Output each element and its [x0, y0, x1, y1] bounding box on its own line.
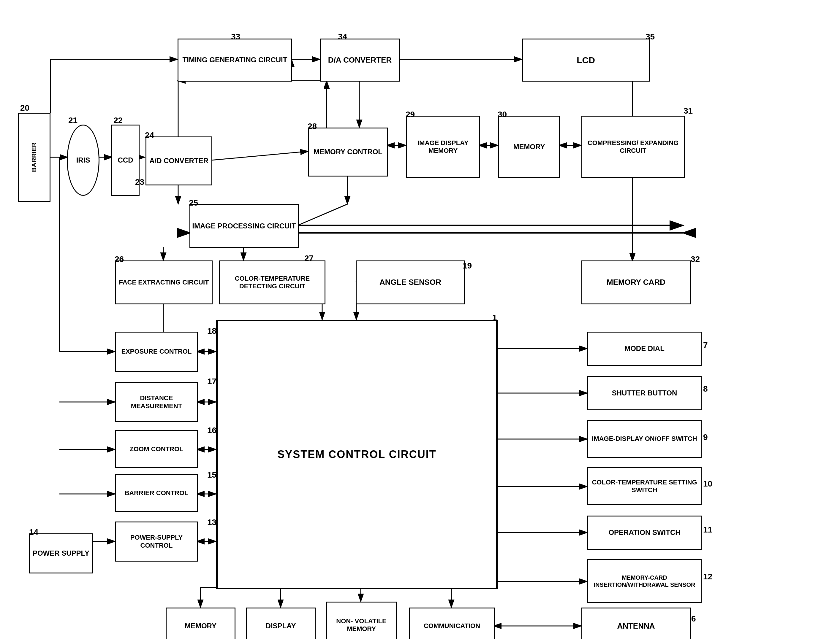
barrier-block: BARRIER — [18, 113, 51, 202]
ref-10: 10 — [703, 479, 712, 489]
ref-21: 21 — [68, 116, 78, 125]
power-supply-control-block: POWER-SUPPLY CONTROL — [115, 521, 198, 561]
iris-label: IRIS — [76, 156, 90, 164]
image-display-memory-block: IMAGE DISPLAY MEMORY — [406, 116, 480, 178]
ref-22: 22 — [113, 116, 123, 125]
ref-18: 18 — [207, 326, 217, 336]
image-processing-block: IMAGE PROCESSING CIRCUIT — [190, 204, 299, 248]
face-extracting-label: FACE EXTRACTING CIRCUIT — [119, 278, 209, 286]
ref-17: 17 — [207, 377, 217, 386]
ref-24: 24 — [145, 130, 154, 140]
ref-20: 20 — [20, 103, 29, 113]
compressing-block: COMPRESSING/ EXPANDING CIRCUIT — [582, 116, 685, 178]
color-temp-detecting-block: COLOR-TEMPERATURE DETECTING CIRCUIT — [219, 261, 325, 304]
exposure-control-block: EXPOSURE CONTROL — [115, 332, 198, 372]
ref-28: 28 — [308, 122, 317, 131]
angle-sensor-label: ANGLE SENSOR — [379, 278, 441, 287]
operation-switch-label: OPERATION SWITCH — [608, 528, 680, 537]
memory-control-block: MEMORY CONTROL — [308, 127, 388, 176]
ref-25: 25 — [189, 198, 198, 208]
ad-converter-label: A/D CONVERTER — [149, 157, 209, 165]
zoom-control-block: ZOOM CONTROL — [115, 430, 198, 468]
distance-measurement-block: DISTANCE MEASUREMENT — [115, 382, 198, 422]
da-converter-block: D/A CONVERTER — [320, 38, 400, 81]
memory-card-sensor-block: MEMORY-CARD INSERTION/WITHDRAWAL SENSOR — [587, 559, 701, 603]
barrier-control-label: BARRIER CONTROL — [124, 489, 188, 497]
color-temp-switch-block: COLOR-TEMPERATURE SETTING SWITCH — [587, 467, 701, 505]
mode-dial-block: MODE DIAL — [587, 332, 701, 366]
exposure-control-label: EXPOSURE CONTROL — [121, 348, 191, 355]
ref-6: 6 — [691, 614, 696, 623]
ref-9: 9 — [703, 432, 708, 442]
ref-31: 31 — [684, 106, 693, 116]
ref-14: 14 — [29, 528, 38, 537]
non-volatile-label: NON- VOLATILE MEMORY — [327, 617, 396, 633]
ref-35: 35 — [646, 32, 655, 41]
distance-measurement-label: DISTANCE MEASUREMENT — [116, 394, 197, 410]
image-display-switch-label: IMAGE-DISPLAY ON/OFF SWITCH — [592, 435, 697, 443]
antenna-label: ANTENNA — [617, 622, 655, 631]
svg-line-31 — [298, 204, 347, 226]
shutter-button-label: SHUTTER BUTTON — [612, 389, 677, 397]
color-temp-switch-label: COLOR-TEMPERATURE SETTING SWITCH — [588, 478, 701, 494]
memory-30-block: MEMORY — [498, 116, 560, 178]
barrier-label: BARRIER — [30, 142, 38, 172]
ref-11: 11 — [703, 525, 712, 534]
image-processing-label: IMAGE PROCESSING CIRCUIT — [192, 222, 296, 230]
da-converter-label: D/A CONVERTER — [328, 56, 392, 65]
ref-16: 16 — [207, 426, 217, 435]
system-control-block: SYSTEM CONTROL CIRCUIT — [216, 320, 498, 589]
image-display-switch-block: IMAGE-DISPLAY ON/OFF SWITCH — [587, 420, 701, 458]
display-3-block: DISPLAY — [246, 607, 316, 639]
ref-19: 19 — [462, 261, 472, 270]
ref-26: 26 — [115, 254, 124, 264]
communication-block: COMMUNICATION — [409, 607, 495, 639]
antenna-block: ANTENNA — [582, 607, 691, 639]
power-supply-label: POWER SUPPLY — [33, 549, 89, 558]
shutter-button-block: SHUTTER BUTTON — [587, 376, 701, 410]
memory-control-label: MEMORY CONTROL — [314, 148, 383, 156]
ref-29: 29 — [406, 110, 415, 119]
image-display-memory-label: IMAGE DISPLAY MEMORY — [407, 139, 479, 155]
system-control-label: SYSTEM CONTROL CIRCUIT — [277, 448, 436, 461]
ref-12: 12 — [703, 572, 712, 582]
ref-30: 30 — [498, 110, 507, 119]
power-supply-control-label: POWER-SUPPLY CONTROL — [116, 534, 197, 549]
angle-sensor-block: ANGLE SENSOR — [356, 261, 465, 304]
svg-line-9 — [211, 151, 308, 160]
iris-block: IRIS — [67, 125, 99, 196]
lcd-block: LCD — [522, 38, 650, 81]
memory-30-label: MEMORY — [513, 143, 545, 151]
memory-2-label: MEMORY — [185, 622, 217, 630]
mode-dial-label: MODE DIAL — [625, 345, 665, 353]
ref-1: 1 — [492, 313, 497, 323]
zoom-control-label: ZOOM CONTROL — [130, 445, 183, 453]
memory-2-block: MEMORY — [166, 607, 236, 639]
ccd-label: CCD — [118, 156, 133, 165]
timing-gen-label: TIMING GENERATING CIRCUIT — [183, 56, 287, 64]
communication-label: COMMUNICATION — [424, 622, 480, 630]
ref-8: 8 — [703, 384, 708, 394]
face-extracting-block: FACE EXTRACTING CIRCUIT — [115, 261, 213, 304]
operation-switch-block: OPERATION SWITCH — [587, 516, 701, 550]
timing-gen-block: TIMING GENERATING CIRCUIT — [178, 38, 292, 81]
ref-15: 15 — [207, 470, 217, 480]
ref-32: 32 — [691, 254, 700, 264]
ref-13: 13 — [207, 518, 217, 527]
lcd-label: LCD — [577, 55, 595, 65]
color-temp-detecting-label: COLOR-TEMPERATURE DETECTING CIRCUIT — [220, 275, 325, 291]
ref-23: 23 — [135, 177, 144, 187]
ref-27: 27 — [304, 254, 314, 263]
compressing-label: COMPRESSING/ EXPANDING CIRCUIT — [582, 139, 684, 155]
memory-card-sensor-label: MEMORY-CARD INSERTION/WITHDRAWAL SENSOR — [588, 574, 701, 588]
memory-card-block: MEMORY CARD — [582, 261, 691, 304]
display-3-label: DISPLAY — [266, 622, 296, 630]
memory-card-label: MEMORY CARD — [607, 278, 665, 287]
ref-33: 33 — [231, 32, 240, 41]
non-volatile-block: NON- VOLATILE MEMORY — [326, 602, 397, 639]
ad-converter-block: A/D CONVERTER — [145, 137, 212, 185]
power-supply-block: POWER SUPPLY — [29, 533, 93, 574]
ref-7: 7 — [703, 340, 708, 350]
circuit-diagram: BARRIER IRIS CCD A/D CONVERTER TIMING GE… — [0, 0, 840, 639]
barrier-control-block: BARRIER CONTROL — [115, 474, 198, 512]
